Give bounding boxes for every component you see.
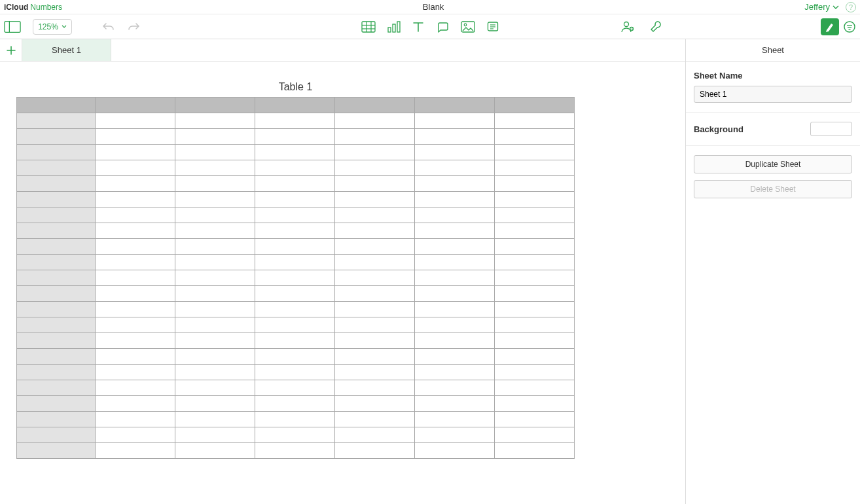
table-cell[interactable] bbox=[255, 145, 335, 160]
table-cell[interactable] bbox=[495, 145, 575, 160]
insert-comment-button[interactable] bbox=[487, 18, 499, 36]
row-header[interactable] bbox=[17, 317, 96, 333]
table-cell[interactable] bbox=[335, 396, 415, 412]
row-header[interactable] bbox=[17, 380, 96, 396]
table-cell[interactable] bbox=[96, 333, 175, 349]
duplicate-sheet-button[interactable]: Duplicate Sheet bbox=[694, 155, 852, 173]
table-cell[interactable] bbox=[495, 333, 575, 349]
table-cell[interactable] bbox=[96, 255, 175, 270]
row-header[interactable] bbox=[17, 129, 96, 145]
row-header[interactable] bbox=[17, 113, 96, 129]
table-cell[interactable] bbox=[415, 239, 495, 255]
table-cell[interactable] bbox=[175, 176, 255, 192]
table-cell[interactable] bbox=[495, 160, 575, 176]
table-cell[interactable] bbox=[495, 443, 575, 459]
inspector-tab-sheet[interactable]: Sheet bbox=[686, 39, 860, 62]
table-cell[interactable] bbox=[415, 349, 495, 365]
table-cell[interactable] bbox=[175, 207, 255, 223]
redo-button[interactable] bbox=[127, 18, 140, 36]
table-cell[interactable] bbox=[335, 145, 415, 160]
row-header[interactable] bbox=[17, 223, 96, 239]
table-cell[interactable] bbox=[175, 270, 255, 286]
table-cell[interactable] bbox=[175, 223, 255, 239]
table-cell[interactable] bbox=[96, 317, 175, 333]
table-cell[interactable] bbox=[335, 380, 415, 396]
row-header[interactable] bbox=[17, 333, 96, 349]
table-cell[interactable] bbox=[255, 113, 335, 129]
row-header[interactable] bbox=[17, 365, 96, 380]
background-color-well[interactable] bbox=[810, 122, 852, 136]
row-header[interactable] bbox=[17, 412, 96, 427]
table-cell[interactable] bbox=[495, 192, 575, 207]
table-cell[interactable] bbox=[96, 129, 175, 145]
row-header[interactable] bbox=[17, 255, 96, 270]
table-cell[interactable] bbox=[495, 396, 575, 412]
table-cell[interactable] bbox=[415, 333, 495, 349]
table-cell[interactable] bbox=[335, 255, 415, 270]
column-header[interactable] bbox=[96, 98, 175, 113]
table-cell[interactable] bbox=[255, 207, 335, 223]
table-cell[interactable] bbox=[96, 145, 175, 160]
table-cell[interactable] bbox=[495, 380, 575, 396]
table-cell[interactable] bbox=[335, 365, 415, 380]
table-cell[interactable] bbox=[255, 380, 335, 396]
table-cell[interactable] bbox=[175, 255, 255, 270]
table-cell[interactable] bbox=[335, 427, 415, 443]
table-cell[interactable] bbox=[255, 443, 335, 459]
table-cell[interactable] bbox=[415, 443, 495, 459]
table-cell[interactable] bbox=[335, 412, 415, 427]
table-cell[interactable] bbox=[415, 317, 495, 333]
table-cell[interactable] bbox=[96, 192, 175, 207]
table-cell[interactable] bbox=[175, 317, 255, 333]
tools-button[interactable] bbox=[649, 18, 662, 36]
table-cell[interactable] bbox=[335, 317, 415, 333]
undo-button[interactable] bbox=[102, 18, 115, 36]
sheet-name-input[interactable] bbox=[694, 86, 852, 103]
column-header[interactable] bbox=[495, 98, 575, 113]
table-cell[interactable] bbox=[335, 129, 415, 145]
table-cell[interactable] bbox=[495, 176, 575, 192]
table-cell[interactable] bbox=[255, 176, 335, 192]
table-cell[interactable] bbox=[415, 160, 495, 176]
table-cell[interactable] bbox=[335, 333, 415, 349]
table-cell[interactable] bbox=[175, 113, 255, 129]
organize-inspector-button[interactable] bbox=[843, 18, 856, 36]
table-cell[interactable] bbox=[495, 270, 575, 286]
table-cell[interactable] bbox=[415, 396, 495, 412]
table-cell[interactable] bbox=[175, 286, 255, 302]
table-cell[interactable] bbox=[96, 427, 175, 443]
table-cell[interactable] bbox=[96, 160, 175, 176]
table-cell[interactable] bbox=[96, 176, 175, 192]
table-cell[interactable] bbox=[415, 176, 495, 192]
table-cell[interactable] bbox=[175, 427, 255, 443]
table-cell[interactable] bbox=[175, 302, 255, 317]
table-cell[interactable] bbox=[495, 317, 575, 333]
row-header[interactable] bbox=[17, 192, 96, 207]
column-header[interactable] bbox=[175, 98, 255, 113]
table-cell[interactable] bbox=[335, 286, 415, 302]
table-cell[interactable] bbox=[96, 207, 175, 223]
row-header[interactable] bbox=[17, 207, 96, 223]
table-cell[interactable] bbox=[175, 160, 255, 176]
table-title[interactable]: Table 1 bbox=[16, 81, 575, 97]
table-cell[interactable] bbox=[255, 349, 335, 365]
row-header[interactable] bbox=[17, 396, 96, 412]
insert-table-button[interactable] bbox=[361, 18, 376, 36]
spreadsheet-table[interactable] bbox=[16, 97, 575, 459]
table-cell[interactable] bbox=[96, 113, 175, 129]
table-cell[interactable] bbox=[415, 365, 495, 380]
table-cell[interactable] bbox=[255, 270, 335, 286]
table-cell[interactable] bbox=[255, 223, 335, 239]
table-cell[interactable] bbox=[495, 207, 575, 223]
table-cell[interactable] bbox=[255, 286, 335, 302]
table-cell[interactable] bbox=[415, 255, 495, 270]
table-cell[interactable] bbox=[495, 412, 575, 427]
table-cell[interactable] bbox=[96, 302, 175, 317]
table-cell[interactable] bbox=[175, 396, 255, 412]
table-cell[interactable] bbox=[255, 396, 335, 412]
table-cell[interactable] bbox=[495, 239, 575, 255]
table-cell[interactable] bbox=[415, 270, 495, 286]
table-cell[interactable] bbox=[415, 145, 495, 160]
table-cell[interactable] bbox=[415, 113, 495, 129]
row-header[interactable] bbox=[17, 145, 96, 160]
